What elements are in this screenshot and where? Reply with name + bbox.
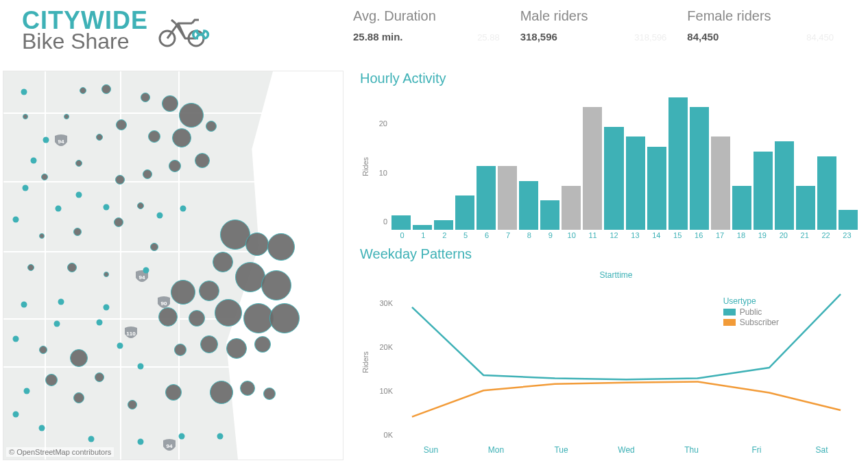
station-bubble[interactable]	[101, 84, 111, 94]
bar-hour-6[interactable]	[477, 166, 496, 230]
station-bubble[interactable]	[162, 95, 178, 112]
station-bubble[interactable]	[80, 87, 86, 94]
station-dot[interactable]	[104, 204, 110, 211]
bar-hour-5[interactable]	[455, 195, 474, 230]
station-bubble[interactable]	[148, 130, 160, 143]
station-bubble[interactable]	[67, 263, 77, 272]
kpi-avg-duration[interactable]: Avg. Duration 25.88 min. 25.88	[353, 8, 520, 62]
station-bubble[interactable]	[114, 217, 123, 227]
station-bubble[interactable]	[41, 174, 48, 180]
station-bubble[interactable]	[165, 384, 182, 401]
station-bubble[interactable]	[226, 338, 247, 359]
station-bubble[interactable]	[141, 93, 150, 102]
station-bubble[interactable]	[116, 119, 127, 130]
station-bubble[interactable]	[269, 303, 300, 333]
station-dot[interactable]	[138, 364, 144, 370]
station-dot[interactable]	[104, 305, 110, 311]
station-bubble[interactable]	[200, 335, 218, 353]
station-dot[interactable]	[39, 425, 45, 431]
bar-hour-15[interactable]	[668, 97, 688, 230]
bar-hour-21[interactable]	[796, 186, 815, 230]
bar-hour-18[interactable]	[732, 186, 751, 230]
bar-hour-19[interactable]	[754, 152, 773, 230]
bar-hour-8[interactable]	[519, 181, 538, 230]
station-bubble[interactable]	[171, 280, 195, 305]
kpi-female-riders[interactable]: Female riders 84,450 84,450	[687, 8, 854, 62]
station-dot[interactable]	[76, 192, 82, 198]
station-dot[interactable]	[43, 137, 49, 143]
weekday-patterns-chart[interactable]: Weekday Patterns Riders Starttime Userty…	[360, 246, 861, 460]
station-dot[interactable]	[97, 320, 103, 326]
station-dot[interactable]	[217, 434, 224, 440]
bar-hour-12[interactable]	[604, 127, 623, 230]
station-bubble[interactable]	[189, 310, 205, 327]
bar-hour-17[interactable]	[711, 136, 730, 230]
station-dot[interactable]	[180, 206, 186, 212]
station-bubble[interactable]	[96, 134, 103, 141]
bar-hour-13[interactable]	[626, 136, 645, 230]
station-dot[interactable]	[21, 89, 27, 95]
station-bubble[interactable]	[206, 121, 217, 132]
station-bubble[interactable]	[23, 114, 28, 119]
bar-hour-23[interactable]	[839, 210, 858, 230]
station-bubble[interactable]	[39, 233, 45, 239]
bar-hour-16[interactable]	[690, 107, 709, 230]
station-bubble[interactable]	[195, 153, 210, 168]
station-bubble[interactable]	[213, 252, 233, 272]
station-bubble[interactable]	[137, 202, 144, 209]
station-bubble[interactable]	[64, 114, 69, 119]
station-dot[interactable]	[157, 213, 163, 219]
station-dot[interactable]	[58, 299, 64, 305]
station-bubble[interactable]	[143, 169, 152, 179]
station-bubble[interactable]	[104, 272, 109, 277]
station-bubble[interactable]	[73, 228, 82, 236]
station-bubble[interactable]	[128, 400, 137, 409]
station-dot[interactable]	[13, 217, 19, 223]
station-dot[interactable]	[13, 412, 19, 418]
station-bubble[interactable]	[261, 270, 291, 300]
station-bubble[interactable]	[115, 175, 125, 185]
station-bubble[interactable]	[199, 281, 219, 301]
station-dot[interactable]	[13, 336, 19, 342]
station-bubble[interactable]	[70, 349, 88, 367]
station-dot[interactable]	[54, 321, 60, 327]
line-series-public[interactable]	[412, 294, 841, 380]
bar-hour-9[interactable]	[540, 200, 559, 230]
station-dot[interactable]	[31, 158, 37, 164]
station-bubble[interactable]	[45, 374, 58, 386]
station-dot[interactable]	[21, 302, 27, 308]
station-bubble[interactable]	[169, 160, 181, 172]
station-bubble[interactable]	[267, 233, 295, 261]
station-bubble[interactable]	[39, 346, 47, 354]
station-bubble[interactable]	[179, 103, 204, 128]
station-bubble[interactable]	[75, 160, 82, 167]
hourly-activity-chart[interactable]: Hourly Activity Rides 01020 012567891011…	[360, 71, 861, 244]
station-bubble[interactable]	[158, 307, 178, 327]
bar-hour-20[interactable]	[775, 141, 794, 230]
bar-hour-0[interactable]	[391, 215, 411, 230]
bar-hour-1[interactable]	[413, 225, 432, 230]
station-bubble[interactable]	[95, 372, 104, 382]
station-dot[interactable]	[179, 434, 185, 440]
station-bubble[interactable]	[174, 344, 186, 356]
station-dot[interactable]	[143, 268, 149, 274]
station-bubble[interactable]	[254, 336, 271, 353]
station-bubble[interactable]	[245, 233, 269, 256]
bar-hour-10[interactable]	[562, 186, 581, 230]
line-series-subscriber[interactable]	[412, 382, 841, 417]
bar-hour-11[interactable]	[583, 107, 602, 230]
station-bubble[interactable]	[215, 299, 242, 327]
station-dot[interactable]	[88, 436, 95, 442]
station-bubble[interactable]	[210, 381, 233, 404]
station-bubble[interactable]	[172, 128, 191, 147]
station-bubble[interactable]	[263, 388, 276, 400]
station-bubble[interactable]	[27, 264, 34, 271]
station-map[interactable]: 94 94 90 110 94 © OpenStreetMap contribu…	[3, 71, 343, 460]
bar-hour-2[interactable]	[434, 220, 453, 230]
station-dot[interactable]	[23, 185, 29, 191]
kpi-male-riders[interactable]: Male riders 318,596 318,596	[520, 8, 688, 62]
station-dot[interactable]	[56, 206, 62, 212]
bar-hour-7[interactable]	[498, 166, 517, 230]
bar-hour-14[interactable]	[647, 147, 666, 230]
station-dot[interactable]	[117, 343, 123, 349]
